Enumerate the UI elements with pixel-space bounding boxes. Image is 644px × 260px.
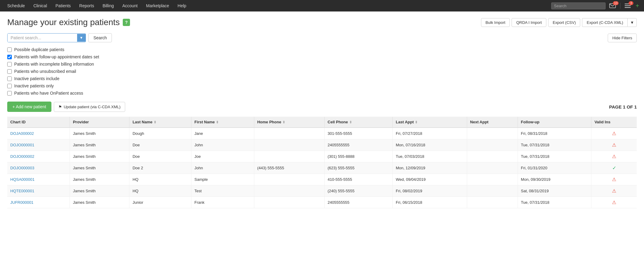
filter-checkbox-1[interactable]	[7, 55, 12, 59]
table-cell-2-row-1: Doe	[129, 139, 191, 151]
page-info: PAGE 1 OF 1	[609, 104, 637, 109]
filter-checkbox-5[interactable]	[7, 84, 12, 88]
qrda-import-button[interactable]: QRDA I Import	[512, 18, 546, 27]
table-cell-3-row-5: Test	[191, 185, 254, 197]
nav-search-input[interactable]	[551, 2, 606, 9]
table-cell-5-row-5: (240) 555-5555	[324, 185, 393, 197]
nav-item-clinical[interactable]: Clinical	[29, 0, 51, 11]
table-cell-0-row-2: DOJO000002	[7, 151, 70, 162]
nav-item-marketplace[interactable]: Marketplace	[142, 0, 173, 11]
table-cell-0-row-1: DOJO000001	[7, 139, 70, 151]
chart-id-link[interactable]: DOJO000001	[10, 143, 34, 147]
export-ccdaxml-arrow[interactable]: ▼	[627, 18, 637, 27]
chart-id-link[interactable]: DOJA000002	[10, 131, 34, 136]
filter-item-2[interactable]: Patients with incomplete billing informa…	[7, 62, 637, 67]
table-cell-7-row-1	[467, 139, 518, 151]
chart-id-link[interactable]: JUFR000001	[10, 200, 34, 205]
valid-ins-warn-icon: ⚠	[612, 154, 616, 159]
nav-plus-button[interactable]: +	[634, 2, 641, 10]
table-cell-0-row-5: HQTE000001	[7, 185, 70, 197]
search-button[interactable]: Search	[88, 33, 112, 42]
col-header-follow-up: Follow-up	[518, 117, 591, 128]
page-header: Manage your existing patients ? Bulk Imp…	[7, 18, 637, 27]
col-header-first-name[interactable]: First Name⇕	[191, 117, 254, 128]
table-cell-7-row-0	[467, 128, 518, 139]
patient-search-input[interactable]	[8, 34, 77, 42]
mail-icon-button[interactable]: 13	[608, 2, 617, 9]
valid-ins-warn-icon: ⚠	[612, 200, 616, 205]
filter-checkbox-3[interactable]	[7, 69, 12, 74]
export-ccdaxml-button[interactable]: Export (C-CDA XML)	[582, 18, 627, 27]
nav-item-account[interactable]: Account	[118, 0, 142, 11]
svg-rect-2	[625, 5, 631, 6]
filter-label-2: Patients with incomplete billing informa…	[14, 62, 94, 67]
nav-item-billing[interactable]: Billing	[98, 0, 118, 11]
export-ccdaxml-dropdown: Export (C-CDA XML) ▼	[582, 18, 637, 27]
filter-item-3[interactable]: Patients who unsubscribed email	[7, 69, 637, 74]
valid-ins-ok-icon: ✓	[612, 165, 616, 171]
table-cell-6-row-5: Fri, 08/02/2019	[393, 185, 467, 197]
update-icon: ⚑	[58, 105, 62, 109]
table-cell-6-row-4: Wed, 09/04/2019	[393, 174, 467, 185]
table-cell-8-row-4: Mon, 09/30/2019	[518, 174, 591, 185]
update-patient-button[interactable]: ⚑ Update patient (via C-CDA XML)	[54, 102, 125, 112]
table-cell-1-row-2: James Smith	[70, 151, 129, 162]
table-cell-9-row-5: ⚠	[591, 185, 637, 197]
export-csv-button[interactable]: Export (CSV)	[548, 18, 581, 27]
table-cell-2-row-6: Junior	[129, 197, 191, 208]
valid-ins-warn-icon: ⚠	[612, 142, 616, 148]
filter-item-1[interactable]: Patients with follow-up appointment date…	[7, 54, 637, 59]
nav-item-schedule[interactable]: Schedule	[3, 0, 29, 11]
table-row: HQSA000001James SmithHQSample410-555-555…	[7, 174, 637, 185]
table-cell-1-row-6: James Smith	[70, 197, 129, 208]
filter-item-4[interactable]: Inactive patients include	[7, 76, 637, 81]
col-header-home-phone[interactable]: Home Phone⇕	[254, 117, 324, 128]
search-dropdown-arrow[interactable]: ▼	[77, 34, 86, 42]
col-header-chart-id: Chart ID	[7, 117, 70, 128]
table-cell-0-row-6: JUFR000001	[7, 197, 70, 208]
hide-filters-button[interactable]: Hide Filters	[608, 34, 637, 42]
table-cell-2-row-0: Dough	[129, 128, 191, 139]
table-cell-9-row-1: ⚠	[591, 139, 637, 151]
filter-item-0[interactable]: Possible duplicate patients	[7, 47, 637, 52]
col-header-last-name[interactable]: Last Name⇕	[129, 117, 191, 128]
filter-checkbox-2[interactable]	[7, 62, 12, 67]
table-cell-9-row-4: ⚠	[591, 174, 637, 185]
table-cell-1-row-3: James Smith	[70, 162, 129, 174]
table-cell-9-row-0: ⚠	[591, 128, 637, 139]
nav-item-patients[interactable]: Patients	[51, 0, 75, 11]
filter-label-3: Patients who unsubscribed email	[14, 69, 76, 74]
nav-item-reports[interactable]: Reports	[75, 0, 98, 11]
list-icon-button[interactable]: 3	[623, 2, 632, 9]
col-header-cell-phone[interactable]: Cell Phone⇕	[324, 117, 393, 128]
list-badge: 3	[629, 1, 633, 5]
filter-item-6[interactable]: Patients who have OnPatient access	[7, 91, 637, 96]
table-cell-7-row-5	[467, 185, 518, 197]
table-cell-1-row-1: James Smith	[70, 139, 129, 151]
table-cell-1-row-0: James Smith	[70, 128, 129, 139]
table-body: DOJA000002James SmithDoughJane301-555-55…	[7, 128, 637, 208]
chart-id-link[interactable]: HQSA000001	[10, 177, 34, 182]
col-header-last-appt[interactable]: Last Appt⇕	[393, 117, 467, 128]
filter-checkbox-4[interactable]	[7, 76, 12, 81]
add-new-patient-button[interactable]: + Add new patient	[7, 102, 51, 112]
table-cell-3-row-1: John	[191, 139, 254, 151]
table-cell-2-row-5: HQ	[129, 185, 191, 197]
search-bar: ▼ Search Hide Filters	[7, 33, 637, 42]
bulk-import-button[interactable]: Bulk Import	[481, 18, 510, 27]
table-cell-4-row-3: (443) 555-5555	[254, 162, 324, 174]
table-cell-4-row-4	[254, 174, 324, 185]
nav-item-help[interactable]: Help	[173, 0, 190, 11]
col-header-provider: Provider	[70, 117, 129, 128]
table-row: JUFR000001James SmithJuniorFrank24055555…	[7, 197, 637, 208]
chart-id-link[interactable]: DOJO000002	[10, 154, 34, 159]
filter-checkbox-6[interactable]	[7, 91, 12, 96]
chart-id-link[interactable]: DOJO000003	[10, 166, 34, 170]
chart-id-link[interactable]: HQTE000001	[10, 189, 34, 193]
table-cell-7-row-4	[467, 174, 518, 185]
valid-ins-warn-icon: ⚠	[612, 188, 616, 193]
filter-item-5[interactable]: Inactive patients only	[7, 83, 637, 88]
table-row: DOJO000001James SmithDoeJohn2405555555Mo…	[7, 139, 637, 151]
help-badge[interactable]: ?	[123, 19, 130, 26]
filter-checkbox-0[interactable]	[7, 47, 12, 52]
